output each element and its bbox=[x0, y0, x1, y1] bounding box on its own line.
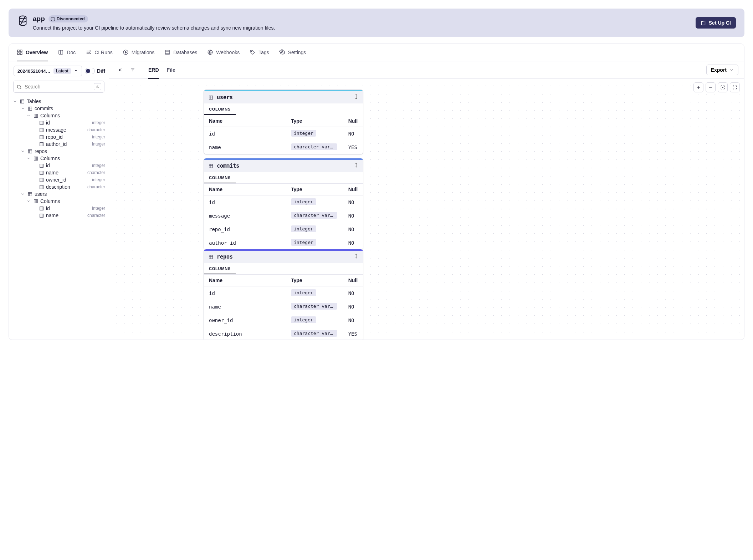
table-row[interactable]: descriptioncharacter varyi…YES bbox=[204, 327, 363, 340]
expand-icon[interactable] bbox=[354, 94, 359, 101]
chevron-down-icon[interactable] bbox=[26, 156, 31, 161]
banner-subtitle: Connect this project to your CI pipeline… bbox=[33, 25, 275, 31]
chevron-down-icon[interactable] bbox=[26, 199, 31, 204]
setup-ci-button[interactable]: Set Up CI bbox=[696, 17, 736, 29]
collapse-sidebar-button[interactable] bbox=[115, 65, 125, 75]
chevron-down-icon[interactable] bbox=[20, 192, 25, 197]
tree-table-repos[interactable]: repos bbox=[12, 148, 105, 155]
table-row[interactable]: messagecharacter varyi…NO bbox=[204, 209, 363, 223]
tab-webhooks[interactable]: Webhooks bbox=[207, 44, 240, 61]
table-icon bbox=[27, 149, 32, 154]
zoom-in-button[interactable] bbox=[693, 82, 703, 92]
columns-icon bbox=[39, 163, 44, 168]
tree-column[interactable]: idinteger bbox=[12, 162, 105, 169]
tree-root[interactable]: Tables bbox=[12, 98, 105, 105]
tree-column[interactable]: namecharacter bbox=[12, 212, 105, 219]
table-row[interactable]: idintegerNO bbox=[204, 286, 363, 300]
tab-databases[interactable]: Databases bbox=[164, 44, 197, 61]
svg-rect-59 bbox=[40, 178, 43, 182]
tree-column[interactable]: author_idinteger bbox=[12, 141, 105, 148]
zoom-out-button[interactable] bbox=[706, 82, 716, 92]
chevron-down-icon[interactable] bbox=[20, 106, 25, 111]
table-icon bbox=[208, 254, 213, 259]
svg-point-4 bbox=[53, 20, 53, 20]
table-row[interactable]: namecharacter varyi…YES bbox=[204, 141, 363, 154]
tab-ciruns[interactable]: CI Runs bbox=[86, 44, 113, 61]
svg-rect-53 bbox=[40, 164, 43, 167]
columns-icon bbox=[39, 177, 44, 182]
table-row[interactable]: repo_idintegerNO bbox=[204, 223, 363, 236]
tab-overview[interactable]: Overview bbox=[17, 44, 48, 61]
tree-table-commits[interactable]: commits bbox=[12, 105, 105, 112]
svg-rect-87 bbox=[209, 164, 212, 168]
table-icon bbox=[208, 163, 213, 168]
svg-rect-35 bbox=[40, 121, 43, 124]
ci-banner: app Disconnected Connect this project to… bbox=[9, 9, 744, 37]
svg-point-14 bbox=[89, 52, 89, 52]
tree-columns-repos[interactable]: Columns bbox=[12, 155, 105, 162]
svg-rect-9 bbox=[20, 53, 22, 55]
svg-rect-62 bbox=[40, 185, 43, 189]
version-selector[interactable]: 20240521044… Latest bbox=[14, 66, 82, 76]
svg-rect-71 bbox=[40, 207, 43, 210]
svg-line-1 bbox=[20, 16, 25, 25]
tree-column[interactable]: idinteger bbox=[12, 119, 105, 126]
tree-column[interactable]: messagecharacter bbox=[12, 126, 105, 133]
export-button[interactable]: Export bbox=[706, 65, 738, 75]
svg-rect-41 bbox=[40, 135, 43, 139]
tab-migrations[interactable]: Migrations bbox=[123, 44, 155, 61]
tree-column[interactable]: idinteger bbox=[12, 205, 105, 212]
tree-columns-users[interactable]: Columns bbox=[12, 198, 105, 205]
columns-icon bbox=[33, 113, 38, 118]
erd-table-commits[interactable]: commitsCOLUMNSNameTypeNullidintegerNOmes… bbox=[204, 158, 363, 250]
tab-doc[interactable]: Doc bbox=[58, 44, 76, 61]
top-tabs: OverviewDocCI RunsMigrationsDatabasesWeb… bbox=[9, 44, 744, 61]
svg-point-83 bbox=[722, 87, 723, 88]
table-row[interactable]: idintegerNO bbox=[204, 195, 363, 209]
chevron-down-icon[interactable] bbox=[20, 149, 25, 154]
tree-column[interactable]: repo_idinteger bbox=[12, 133, 105, 141]
diff-toggle[interactable]: Diff bbox=[85, 68, 105, 74]
expand-icon[interactable] bbox=[354, 254, 359, 260]
tree-columns-commits[interactable]: Columns bbox=[12, 112, 105, 119]
svg-rect-5 bbox=[701, 21, 705, 25]
table-row[interactable]: namecharacter varyi…NO bbox=[204, 300, 363, 314]
canvas-tab-erd[interactable]: ERD bbox=[148, 62, 159, 79]
table-row[interactable]: owner_idintegerNO bbox=[204, 314, 363, 327]
caret-down-icon bbox=[74, 68, 78, 74]
table-row[interactable]: idintegerNO bbox=[204, 127, 363, 141]
columns-icon bbox=[39, 213, 44, 218]
status-badge: Disconnected bbox=[48, 15, 88, 22]
svg-rect-6 bbox=[17, 50, 19, 52]
tab-settings[interactable]: Settings bbox=[279, 44, 306, 61]
search-input[interactable]: s bbox=[13, 81, 104, 93]
main-card: OverviewDocCI RunsMigrationsDatabasesWeb… bbox=[9, 44, 744, 340]
columns-icon bbox=[39, 206, 44, 211]
columns-icon bbox=[39, 184, 44, 189]
table-row[interactable]: author_idintegerNO bbox=[204, 236, 363, 250]
canvas: ERDFile Export usersCOL bbox=[109, 61, 744, 340]
svg-point-24 bbox=[17, 85, 21, 88]
svg-point-15 bbox=[90, 53, 91, 54]
columns-icon bbox=[33, 156, 38, 161]
tree-column[interactable]: descriptioncharacter bbox=[12, 183, 105, 190]
table-icon bbox=[20, 99, 25, 104]
canvas-tab-file[interactable]: File bbox=[167, 62, 175, 79]
filter-button[interactable] bbox=[128, 65, 138, 75]
fullscreen-button[interactable] bbox=[730, 82, 740, 92]
columns-icon bbox=[39, 142, 44, 147]
expand-icon[interactable] bbox=[354, 163, 359, 169]
tree-table-users[interactable]: users bbox=[12, 190, 105, 198]
columns-icon bbox=[39, 170, 44, 175]
chevron-down-icon[interactable] bbox=[12, 99, 17, 104]
focus-button[interactable] bbox=[718, 82, 728, 92]
svg-point-22 bbox=[251, 51, 252, 52]
tree-column[interactable]: namecharacter bbox=[12, 169, 105, 176]
chevron-down-icon[interactable] bbox=[26, 113, 31, 118]
tree-column[interactable]: owner_idinteger bbox=[12, 176, 105, 183]
svg-rect-68 bbox=[34, 199, 37, 203]
erd-table-repos[interactable]: reposCOLUMNSNameTypeNullidintegerNOnamec… bbox=[204, 249, 363, 340]
erd-table-users[interactable]: usersCOLUMNSNameTypeNullidintegerNOnamec… bbox=[204, 90, 363, 154]
tab-tags[interactable]: Tags bbox=[250, 44, 269, 61]
database-icon bbox=[17, 15, 29, 27]
